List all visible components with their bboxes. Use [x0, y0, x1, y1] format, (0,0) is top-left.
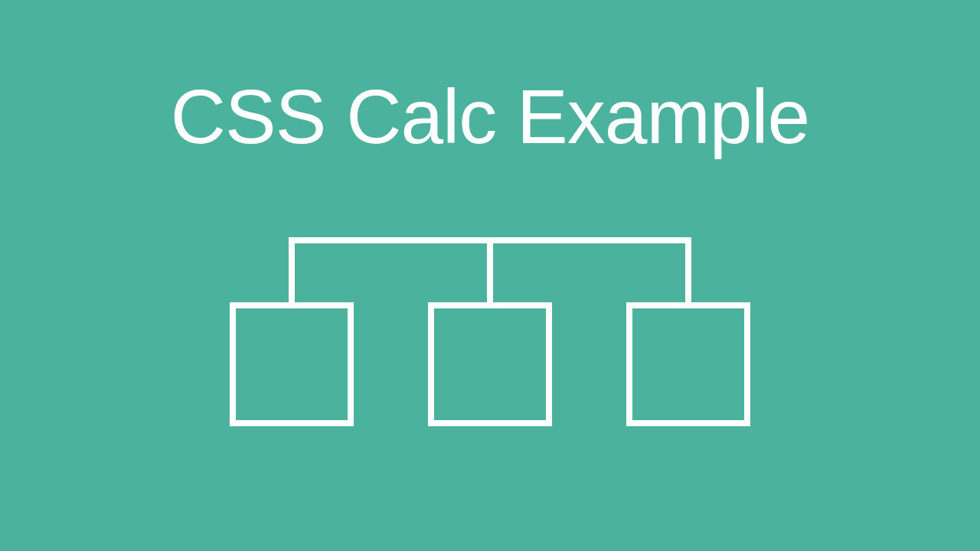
tree-diagram: [230, 237, 750, 467]
diagram-box-center: [428, 302, 552, 426]
diagram-box-left: [230, 302, 354, 426]
diagram-box-right: [626, 302, 750, 426]
connector-vertical-left: [289, 237, 295, 302]
page-title: CSS Calc Example: [171, 73, 809, 161]
connector-vertical-center: [487, 237, 493, 302]
connector-vertical-right: [685, 237, 691, 302]
